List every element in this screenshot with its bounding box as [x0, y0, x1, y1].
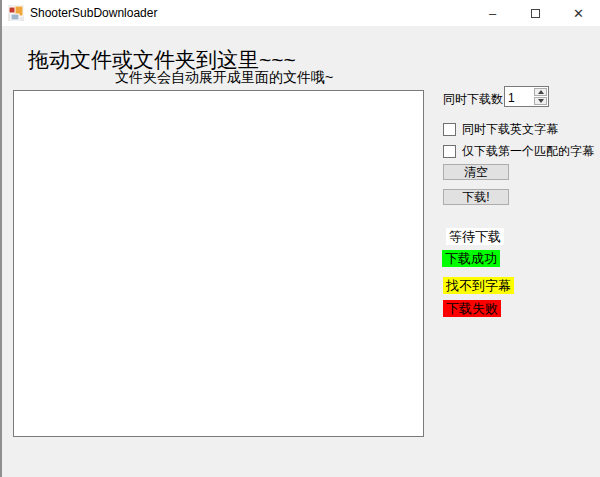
checkbox-label: 同时下载英文字幕: [462, 121, 558, 138]
titlebar[interactable]: ShooterSubDownloader – ✕: [2, 0, 600, 26]
drag-drop-subheading: 文件夹会自动展开成里面的文件哦~: [115, 69, 333, 87]
concurrent-downloads-label: 同时下载数: [443, 91, 503, 108]
status-label-failed: 下载失败: [443, 300, 501, 317]
maximize-glyph: [531, 9, 540, 18]
app-window: ShooterSubDownloader – ✕ 拖动文件或文件夹到这里~~~ …: [0, 0, 600, 477]
status-label-subtitle-not-found: 找不到字幕: [443, 277, 514, 294]
spinner-up-button[interactable]: [534, 88, 547, 96]
status-label-waiting: 等待下载: [446, 228, 504, 245]
chevron-down-icon: [538, 99, 544, 103]
chevron-up-icon: [538, 90, 544, 94]
checkbox-icon[interactable]: [443, 145, 456, 158]
caption-buttons: – ✕: [471, 0, 600, 26]
status-label-success: 下载成功: [442, 250, 500, 267]
checkbox-label: 仅下载第一个匹配的字幕: [462, 143, 594, 160]
checkbox-first-match-only[interactable]: 仅下载第一个匹配的字幕: [443, 143, 594, 160]
download-button[interactable]: 下载!: [443, 189, 509, 205]
concurrent-downloads-input[interactable]: [505, 87, 533, 106]
window-left-edge: [0, 0, 2, 477]
maximize-icon[interactable]: [514, 0, 557, 26]
stepper-spinner: [533, 87, 548, 106]
app-icon: [8, 5, 24, 21]
window-title: ShooterSubDownloader: [30, 6, 157, 20]
checkbox-english-subtitles[interactable]: 同时下载英文字幕: [443, 121, 558, 138]
minimize-icon[interactable]: –: [471, 0, 514, 26]
close-icon[interactable]: ✕: [557, 0, 600, 26]
checkbox-icon[interactable]: [443, 123, 456, 136]
clear-button[interactable]: 清空: [443, 164, 509, 180]
concurrent-downloads-stepper[interactable]: [504, 86, 549, 107]
file-listbox[interactable]: [13, 90, 424, 437]
spinner-down-button[interactable]: [534, 97, 547, 105]
